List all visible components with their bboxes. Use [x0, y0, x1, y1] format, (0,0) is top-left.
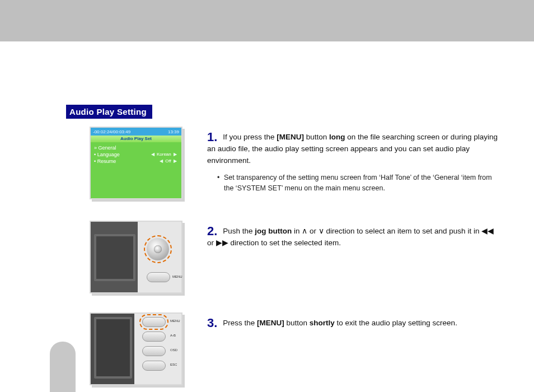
- button-row: OSD: [142, 346, 166, 356]
- pill-label: OSD: [170, 348, 177, 352]
- button-row: ESC: [142, 361, 166, 371]
- step-1-subbullet: Set transparency of the setting menu scr…: [217, 172, 498, 194]
- step-number: 2.: [207, 225, 217, 237]
- step-1-text: 1. If you press the [MENU] button long o…: [207, 127, 498, 194]
- text-fragment: button: [286, 319, 309, 327]
- device-lcd: [94, 234, 135, 281]
- thumbnail-3: MENU A-B OSD ESC: [90, 312, 185, 385]
- text-fragment: or: [310, 227, 318, 235]
- device-lcd: [94, 317, 132, 379]
- page-tab: [50, 342, 76, 392]
- text-fragment: or: [207, 239, 216, 247]
- menu-label: • Language: [94, 152, 120, 157]
- menu-label: » General: [94, 145, 116, 151]
- right-arrow-icon: ▶: [172, 152, 178, 157]
- device-body: MENU A-B OSD ESC: [91, 314, 181, 384]
- right-arrow-icon: ▶: [172, 158, 178, 164]
- audio-play-set-screen: -00:02:24/00:03:49 13:39 Audio Play Set …: [91, 128, 181, 198]
- step-3-text: 3. Press the [MENU] button shortly to ex…: [207, 312, 498, 329]
- screen-title: Audio Play Set: [91, 136, 181, 142]
- device-body: MENU: [91, 222, 181, 292]
- fastforward-icon: ▶▶: [216, 239, 228, 247]
- jog-wheel-thumb: MENU: [90, 221, 182, 293]
- jog-center-icon: [154, 245, 162, 253]
- button-stack-thumb: MENU A-B OSD ESC: [90, 312, 182, 385]
- jog-keyword: jog button: [255, 227, 292, 235]
- rewind-icon: ◀◀: [481, 227, 494, 235]
- manual-page: Audio Play Setting -00:02:24/00:03:49 13…: [0, 41, 534, 392]
- left-arrow-icon: ◀: [150, 152, 156, 157]
- text-fragment: Press the: [223, 319, 257, 327]
- menu-keyword: [MENU]: [257, 319, 284, 327]
- long-keyword: long: [329, 133, 345, 141]
- text-fragment: direction to set the selected item.: [231, 239, 341, 247]
- value-text: Korean: [157, 152, 171, 157]
- menu-keyword: [MENU]: [277, 133, 304, 141]
- down-arrow-icon: ∨: [318, 227, 324, 235]
- text-fragment: to exit the audio play setting screen.: [337, 319, 457, 327]
- step-row-1: -00:02:24/00:03:49 13:39 Audio Play Set …: [90, 127, 498, 199]
- text-fragment: If you press the: [223, 133, 277, 141]
- value-text: Off: [165, 158, 171, 164]
- section-title: Audio Play Setting: [66, 105, 152, 119]
- jog-wheel-highlight: [144, 235, 172, 263]
- step-2-text: 2. Push the jog button in ∧ or ∨ directi…: [207, 221, 498, 249]
- menu-row-general: » General: [94, 144, 178, 151]
- menu-row-language: • Language ◀ Korean ▶: [94, 151, 178, 158]
- text-fragment: in: [294, 227, 302, 235]
- step-number: 1.: [207, 131, 217, 143]
- shortly-keyword: shortly: [310, 319, 335, 327]
- thumbnail-2: MENU: [90, 221, 185, 293]
- esc-pill-icon: [142, 361, 166, 371]
- text-fragment: button: [306, 133, 329, 141]
- menu-body: » General • Language ◀ Korean ▶: [91, 142, 181, 167]
- button-row: A-B: [142, 332, 166, 342]
- status-bar: -00:02:24/00:03:49 13:39: [91, 128, 181, 136]
- text-fragment: direction to select an item to set and p…: [326, 227, 481, 235]
- thumbnail-1: -00:02:24/00:03:49 13:39 Audio Play Set …: [90, 127, 185, 199]
- step-3-paragraph: 3. Press the [MENU] button shortly to ex…: [207, 317, 498, 329]
- status-time-elapsed: -00:02:24/00:03:49: [93, 129, 130, 134]
- left-arrow-icon: ◀: [158, 158, 164, 164]
- step-2-paragraph: 2. Push the jog button in ∧ or ∨ directi…: [207, 225, 498, 249]
- menu-pill-highlight: [142, 317, 166, 327]
- menu-button-label: MENU: [172, 275, 182, 278]
- button-stack: MENU A-B OSD ESC: [142, 317, 166, 371]
- up-arrow-icon: ∧: [302, 227, 307, 235]
- top-gray-band: [0, 0, 534, 41]
- pill-label: A-B: [170, 334, 176, 337]
- device-screen-thumb: -00:02:24/00:03:49 13:39 Audio Play Set …: [90, 127, 182, 199]
- step-row-2: MENU 2. Push the jog button in ∧ or ∨ di…: [90, 221, 498, 293]
- step-number: 3.: [207, 317, 217, 329]
- ab-pill-icon: [142, 332, 166, 342]
- step-row-3: MENU A-B OSD ESC: [90, 312, 498, 385]
- jog-wheel-icon: [147, 238, 169, 260]
- button-row: MENU: [142, 317, 166, 327]
- menu-label: • Resume: [94, 158, 116, 164]
- menu-button-icon: [147, 272, 170, 282]
- pill-label: MENU: [170, 319, 180, 323]
- menu-row-resume: • Resume ◀ Off ▶: [94, 158, 178, 165]
- text-fragment: Push the: [223, 227, 255, 235]
- step-1-paragraph: 1. If you press the [MENU] button long o…: [207, 131, 498, 167]
- pill-label: ESC: [170, 363, 177, 366]
- status-clock: 13:39: [168, 129, 179, 134]
- osd-pill-icon: [142, 346, 166, 356]
- menu-value: ◀ Off ▶: [158, 158, 178, 164]
- menu-value: ◀ Korean ▶: [150, 152, 178, 157]
